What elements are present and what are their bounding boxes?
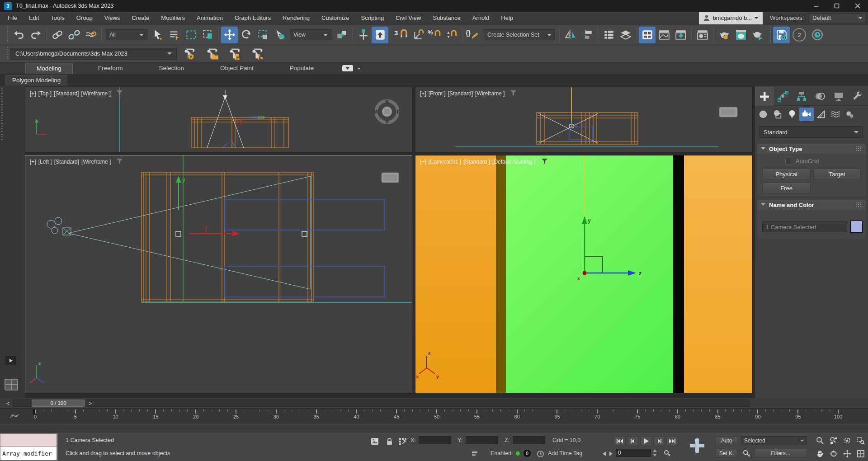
x-coordinate-input[interactable] xyxy=(419,436,451,444)
material-editor-button[interactable] xyxy=(694,27,711,43)
workspace-dropdown[interactable]: Default xyxy=(808,13,866,23)
app-icon[interactable]: 3 xyxy=(4,2,12,10)
toggle-ribbon-button[interactable] xyxy=(639,27,656,43)
viewport-camera[interactable]: [+][Camera001 ][Standard ][Default Shadi… xyxy=(415,155,753,393)
project-toolbar-grip[interactable] xyxy=(7,47,9,60)
edit-named-selection-sets-button[interactable]: {} xyxy=(465,27,482,43)
rendered-frame-window-button[interactable] xyxy=(732,27,749,43)
minimize-button[interactable] xyxy=(806,0,826,12)
menu-animation[interactable]: Animation xyxy=(191,12,229,24)
add-time-tag[interactable]: Add Time Tag xyxy=(548,450,582,456)
toggle-scene-explorer-button[interactable] xyxy=(600,27,617,43)
menu-rendering[interactable]: Rendering xyxy=(277,12,316,24)
track-bar[interactable] xyxy=(0,424,868,433)
undo-button[interactable] xyxy=(10,27,27,43)
selection-lock-toggle[interactable] xyxy=(384,437,394,446)
select-and-link-button[interactable] xyxy=(49,27,66,43)
frame-spinner[interactable] xyxy=(652,448,657,457)
pan-button[interactable] xyxy=(813,447,826,460)
menu-substance[interactable]: Substance xyxy=(427,12,466,24)
zoom-region-button[interactable] xyxy=(854,434,867,447)
autobackup-count-indicator[interactable]: 2 xyxy=(793,28,806,42)
curve-editor-button[interactable] xyxy=(656,27,672,43)
ribbon-tab-modeling[interactable]: Modeling xyxy=(25,63,73,74)
close-button[interactable] xyxy=(847,0,868,12)
project-links-button[interactable] xyxy=(247,46,267,61)
toolbar-grip[interactable] xyxy=(7,27,9,43)
viewport-layout-button[interactable] xyxy=(5,379,18,390)
create-tab[interactable] xyxy=(755,87,774,106)
vp-left-seg--standard-[interactable]: [Standard] xyxy=(54,159,79,165)
go-to-end-button[interactable] xyxy=(666,436,678,446)
zoom-all-button[interactable] xyxy=(827,434,840,447)
camera-type-dropdown[interactable]: Standard xyxy=(760,126,863,138)
geometry-category-button[interactable] xyxy=(756,108,770,121)
utilities-tab[interactable] xyxy=(848,87,866,106)
menu-edit[interactable]: Edit xyxy=(23,12,45,24)
spinner-snap-button[interactable] xyxy=(443,27,460,43)
ribbon-display-mode-button[interactable] xyxy=(342,65,354,72)
ribbon-minimize-caret-icon[interactable] xyxy=(357,68,361,71)
motion-tab[interactable] xyxy=(811,87,829,106)
lights-category-button[interactable] xyxy=(785,108,799,121)
key-filters-button[interactable]: Filters... xyxy=(754,449,807,458)
zoom-button[interactable] xyxy=(813,434,826,447)
hierarchy-tab[interactable] xyxy=(792,87,811,106)
key-mode-toggle[interactable] xyxy=(663,449,672,458)
previous-frame-arrow[interactable]: < xyxy=(5,400,11,407)
render-setup-button[interactable] xyxy=(716,27,732,43)
timeline-ruler[interactable]: 0510152025303540455055606570758085909510… xyxy=(0,408,868,424)
toolbar-grip[interactable] xyxy=(769,27,772,43)
named-selection-set-dropdown[interactable]: Create Selection Set xyxy=(484,29,555,40)
key-filters-key-icon[interactable] xyxy=(742,449,751,458)
menu-help[interactable]: Help xyxy=(495,12,519,24)
mini-curve-editor-button[interactable] xyxy=(10,412,19,419)
select-and-manipulate-button[interactable] xyxy=(355,27,372,43)
select-and-move-button[interactable] xyxy=(221,27,238,43)
snaps-toggle-button[interactable]: 3 xyxy=(393,27,410,43)
rectangular-selection-region-button[interactable] xyxy=(183,27,199,43)
set-keys-button[interactable] xyxy=(688,435,707,456)
set-key-button[interactable]: Set K. xyxy=(716,449,737,458)
menu-arnold[interactable]: Arnold xyxy=(467,12,495,24)
autogrid-checkbox[interactable] xyxy=(785,158,792,165)
viewport-front[interactable]: [+][Front ][Standard][Wireframe ] xyxy=(415,87,753,152)
menu-graph-editors[interactable]: Graph Editors xyxy=(229,12,277,24)
enabled-count-badge[interactable]: 0 xyxy=(524,450,531,457)
key-mode-previous-arrow[interactable] xyxy=(601,449,608,458)
maximize-button[interactable] xyxy=(826,0,847,12)
project-path-dropdown[interactable]: C:\Users\bmcga\Documents\3ds Max 2023 xyxy=(10,48,177,60)
y-coordinate-input[interactable] xyxy=(466,436,498,444)
compass-south-label[interactable]: S xyxy=(386,119,389,124)
pan-2d-button[interactable] xyxy=(840,447,854,460)
spacewarps-category-button[interactable] xyxy=(828,108,843,121)
free-camera-button[interactable]: Free xyxy=(762,183,811,194)
menu-civil-view[interactable]: Civil View xyxy=(390,12,427,24)
vp-left-seg--wireframe-[interactable]: [Wireframe ] xyxy=(81,159,111,165)
filter-funnel-icon[interactable] xyxy=(510,90,516,96)
bind-to-spacewarp-button[interactable] xyxy=(82,27,99,43)
vp-camera-seg--default-shading-[interactable]: [Default Shading ] xyxy=(492,159,535,165)
vp-front-seg--wireframe-[interactable]: [Wireframe ] xyxy=(475,90,505,97)
vp-top-seg--top-[interactable]: [Top ] xyxy=(38,90,52,97)
layout-tabs-expand-button[interactable] xyxy=(5,356,16,365)
menu-customize[interactable]: Customize xyxy=(316,12,355,24)
align-button[interactable] xyxy=(579,27,595,43)
play-button[interactable] xyxy=(640,436,652,446)
viewport-left[interactable]: [+][Left ][Standard][Wireframe ] xyxy=(25,155,412,393)
modify-tab[interactable] xyxy=(774,87,792,106)
menu-tools[interactable]: Tools xyxy=(45,12,70,24)
polygon-modeling-panel-tab[interactable]: Polygon Modeling xyxy=(5,75,67,85)
menu-file[interactable]: File xyxy=(2,12,23,24)
vp-camera-seg--standard-[interactable]: [Standard ] xyxy=(463,159,490,165)
project-folder-button[interactable] xyxy=(202,46,222,61)
angle-snap-button[interactable] xyxy=(410,27,427,43)
interactive-update-toggle[interactable] xyxy=(471,449,478,458)
ribbon-tab-object-paint[interactable]: Object Paint xyxy=(209,63,264,74)
project-settings-button[interactable] xyxy=(179,46,199,61)
mirror-button[interactable] xyxy=(562,27,579,43)
object-color-swatch[interactable] xyxy=(850,221,863,233)
vp-front-seg--front-[interactable]: [Front ] xyxy=(429,90,446,97)
toggle-layer-explorer-button[interactable] xyxy=(617,27,634,43)
menu-create[interactable]: Create xyxy=(126,12,155,24)
